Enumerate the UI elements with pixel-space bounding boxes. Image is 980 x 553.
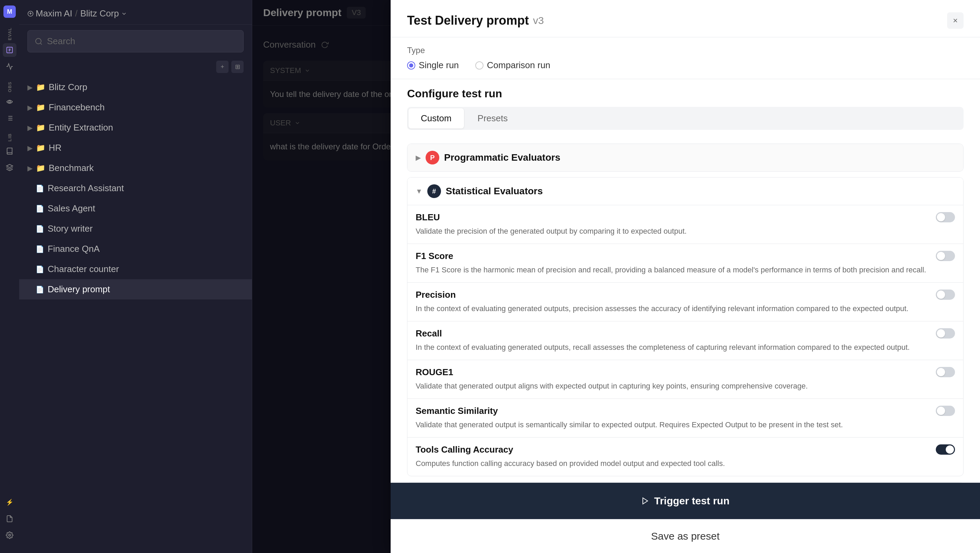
save-preset-button[interactable]: Save as preset (391, 519, 980, 553)
folder-hr[interactable]: ▶ 📁 HR (19, 138, 252, 158)
file-story-writer[interactable]: 📄 Story writer (19, 219, 252, 239)
sidebar-icon-settings[interactable] (3, 528, 16, 542)
file-character-counter[interactable]: 📄 Character counter (19, 259, 252, 279)
breadcrumb-app[interactable]: Maxim AI (27, 8, 72, 19)
svg-point-12 (9, 534, 11, 536)
search-box[interactable] (27, 30, 243, 52)
radio-group: Single run Comparison run (407, 60, 964, 71)
evaluator-semantic-similarity: Semantic Similarity Validate that genera… (407, 399, 963, 437)
sidebar-icon-list[interactable] (3, 111, 16, 125)
radio-single-run[interactable]: Single run (407, 60, 459, 71)
grid-view-button[interactable]: ⊞ (231, 60, 243, 73)
trigger-test-run-button[interactable]: Trigger test run (391, 483, 980, 519)
programmatic-chevron: ▶ (416, 154, 421, 162)
file-delivery-prompt[interactable]: 📄 Delivery prompt (19, 279, 252, 299)
semantic-similarity-toggle[interactable] (936, 406, 955, 416)
tree-actions: + ⊞ (19, 58, 252, 76)
evaluator-recall: Recall In the context of evaluating gene… (407, 321, 963, 360)
sidebar-icon-evaluate[interactable] (3, 43, 16, 57)
statistical-chevron: ▼ (416, 188, 423, 195)
folder-entity-extraction[interactable]: ▶ 📁 Entity Extraction (19, 118, 252, 138)
search-input[interactable] (47, 36, 236, 47)
radio-comparison-run[interactable]: Comparison run (475, 60, 550, 71)
sidebar-icon-chart[interactable] (3, 60, 16, 73)
semantic-similarity-desc: Validate that generated output is semant… (416, 419, 955, 430)
section-observe-label: OBS (7, 81, 12, 92)
evaluator-precision: Precision In the context of evaluating g… (407, 282, 963, 321)
modal-close-button[interactable]: × (947, 12, 964, 29)
type-label: Type (407, 46, 964, 55)
file-tree-panel: Maxim AI / Blitz Corp + ⊞ ▶ 📁 Blitz Corp (19, 0, 252, 553)
precision-name: Precision (416, 289, 456, 300)
recall-name: Recall (416, 328, 442, 339)
statistical-title: Statistical Evaluators (446, 186, 543, 197)
modal-footer: Trigger test run Save as preset (391, 482, 980, 553)
evaluator-f1score: F1 Score The F1 Score is the harmonic me… (407, 244, 963, 282)
programmatic-icon: P (426, 151, 439, 164)
evaluator-rouge1: ROUGE1 Validate that generated output al… (407, 360, 963, 399)
folder-blitz-corp[interactable]: ▶ 📁 Blitz Corp (19, 77, 252, 97)
radio-dot-comparison (475, 61, 484, 70)
precision-toggle[interactable] (936, 289, 955, 300)
bleu-toggle[interactable] (936, 212, 955, 222)
f1score-toggle[interactable] (936, 251, 955, 261)
group-programmatic-header[interactable]: ▶ P Programmatic Evaluators (407, 144, 963, 171)
add-item-button[interactable]: + (216, 60, 229, 73)
rouge1-desc: Validate that generated output aligns wi… (416, 380, 955, 392)
section-evaluate-label: EVAL (7, 27, 12, 40)
folder-list: ▶ 📁 Blitz Corp ▶ 📁 Financebench ▶ 📁 Enti… (19, 76, 252, 301)
programmatic-title: Programmatic Evaluators (444, 152, 560, 163)
section-library-label: LIB (7, 133, 12, 141)
modal-type-section: Type Single run Comparison run (391, 37, 980, 79)
bleu-name: BLEU (416, 212, 440, 223)
breadcrumb: Maxim AI / Blitz Corp (27, 8, 127, 19)
tools-calling-accuracy-name: Tools Calling Accuracy (416, 444, 513, 455)
sidebar-icon-layers[interactable] (3, 161, 16, 175)
configure-title: Configure test run (407, 87, 964, 100)
tab-presets[interactable]: Presets (465, 108, 520, 129)
group-statistical-header[interactable]: ▼ # Statistical Evaluators (407, 178, 963, 205)
evaluator-bleu: BLEU Validate the precision of the gener… (407, 205, 963, 244)
file-sales-agent[interactable]: 📄 Sales Agent (19, 199, 252, 219)
folder-benchmark[interactable]: ▶ 📁 Benchmark (19, 158, 252, 178)
sidebar: M EVAL OBS LIB ⚡ (0, 0, 19, 553)
rouge1-name: ROUGE1 (416, 367, 453, 378)
svg-point-14 (36, 38, 41, 44)
evaluators-list: ▶ P Programmatic Evaluators ▼ # Statisti… (391, 143, 980, 482)
folder-financebench[interactable]: ▶ 📁 Financebench (19, 97, 252, 118)
test-modal: Test Delivery prompt v3 × Type Single ru… (391, 0, 980, 553)
precision-desc: In the context of evaluating generated o… (416, 303, 955, 314)
recall-desc: In the context of evaluating generated o… (416, 342, 955, 353)
group-programmatic: ▶ P Programmatic Evaluators (407, 143, 964, 172)
semantic-similarity-name: Semantic Similarity (416, 406, 498, 416)
tools-calling-accuracy-desc: Computes function calling accuracy based… (416, 458, 955, 469)
modal-title: Test Delivery prompt v3 (407, 13, 544, 28)
sidebar-icon-library[interactable] (3, 144, 16, 158)
tools-calling-accuracy-toggle[interactable] (936, 444, 955, 454)
svg-marker-17 (643, 498, 648, 504)
sidebar-icon-lightning[interactable]: ⚡ (3, 496, 16, 509)
f1score-name: F1 Score (416, 251, 453, 261)
sidebar-icon-notes[interactable] (3, 512, 16, 526)
tab-custom[interactable]: Custom (409, 108, 464, 129)
app-logo[interactable]: M (3, 5, 16, 18)
radio-dot-single (407, 61, 415, 70)
bleu-desc: Validate the precision of the generated … (416, 226, 955, 237)
tabs: Custom Presets (407, 107, 964, 130)
modal-header: Test Delivery prompt v3 × (391, 0, 980, 37)
svg-marker-11 (6, 164, 13, 168)
sidebar-icon-observe[interactable] (3, 95, 16, 109)
breadcrumb-workspace[interactable]: Blitz Corp (80, 8, 127, 19)
evaluator-tools-calling-accuracy: Tools Calling Accuracy Computes function… (407, 437, 963, 476)
recall-toggle[interactable] (936, 328, 955, 338)
svg-line-15 (40, 43, 42, 44)
file-finance-qna[interactable]: 📄 Finance QnA (19, 239, 252, 259)
svg-point-4 (9, 101, 11, 103)
statistical-icon: # (427, 184, 441, 198)
f1score-desc: The F1 Score is the harmonic mean of pre… (416, 264, 955, 275)
group-statistical: ▼ # Statistical Evaluators BLEU Validate… (407, 177, 964, 476)
file-research-assistant[interactable]: 📄 Research Assistant (19, 178, 252, 199)
configure-section: Configure test run Custom Presets (391, 79, 980, 143)
rouge1-toggle[interactable] (936, 367, 955, 377)
